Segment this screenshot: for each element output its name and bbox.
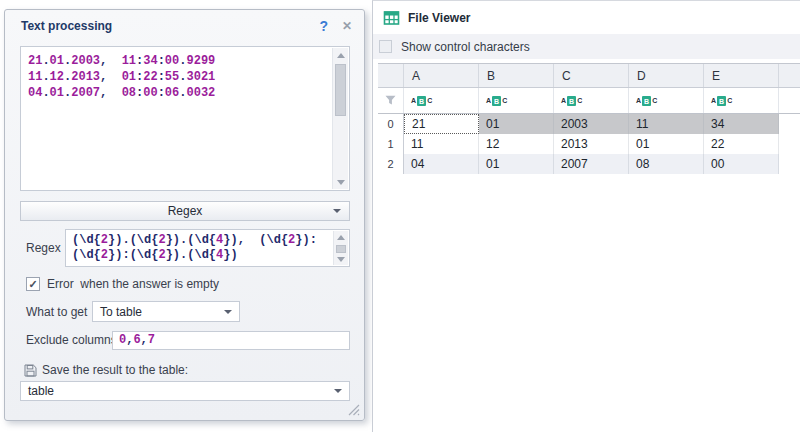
- table-cell[interactable]: 21: [404, 114, 479, 134]
- table-cell[interactable]: 34: [704, 114, 779, 134]
- exclude-columns-value: 0,6,7: [119, 332, 155, 348]
- scrollbar-thumb[interactable]: [335, 64, 346, 116]
- close-icon[interactable]: ✕: [342, 19, 352, 33]
- table-cell[interactable]: 11: [404, 134, 479, 154]
- dialog-title: Text processing: [21, 19, 319, 33]
- scroll-down-icon[interactable]: [333, 175, 348, 189]
- row-filler: [779, 154, 800, 174]
- row-index[interactable]: 2: [378, 154, 404, 174]
- file-viewer-title: File Viewer: [408, 11, 470, 25]
- table-row: 2 04 01 2007 08 00: [378, 154, 800, 174]
- scroll-down-icon[interactable]: [334, 253, 348, 265]
- source-text: 21.01.2003, 11:34:00.9299 11.12.2013, 01…: [28, 53, 329, 101]
- source-text-area[interactable]: 21.01.2003, 11:34:00.9299 11.12.2013, 01…: [20, 46, 350, 191]
- mode-selector-label: Regex: [168, 204, 203, 218]
- regex-row: Regex (\d{2}).(\d{2}).(\d{4}), (\d{2}): …: [20, 229, 350, 267]
- regex-line: (\d{2}).(\d{2}).(\d{4}), (\d{2}):: [72, 233, 329, 248]
- chevron-down-icon: [334, 389, 342, 393]
- table-row: 0 21 01 2003 11 34: [378, 114, 800, 134]
- exclude-columns-row: Exclude columns 0,6,7: [26, 330, 350, 350]
- error-checkbox-row: ✓ Error when the answer is empty: [26, 277, 219, 291]
- file-viewer-header: File Viewer: [373, 1, 800, 34]
- abc-type-icon: ABC: [486, 96, 507, 106]
- show-control-label: Show control characters: [401, 40, 530, 54]
- scroll-up-icon[interactable]: [334, 231, 348, 243]
- filter-filler: [779, 88, 800, 113]
- table-cell[interactable]: 11: [629, 114, 704, 134]
- row-index[interactable]: 0: [378, 114, 404, 134]
- save-table-select[interactable]: table: [20, 381, 350, 401]
- table-cell[interactable]: 08: [629, 154, 704, 174]
- column-type-cell[interactable]: ABC: [554, 88, 629, 113]
- table-cell[interactable]: 04: [404, 154, 479, 174]
- filter-row: ABC ABC ABC ABC ABC: [378, 88, 800, 114]
- table-icon: [383, 11, 400, 25]
- table-cell[interactable]: 00: [704, 154, 779, 174]
- error-checkbox[interactable]: ✓: [26, 277, 40, 291]
- exclude-columns-label: Exclude columns: [26, 333, 112, 347]
- scroll-up-icon[interactable]: [333, 48, 348, 62]
- textarea-scrollbar[interactable]: [332, 48, 348, 189]
- what-to-get-row: What to get To table: [26, 301, 240, 322]
- abc-type-icon: ABC: [411, 96, 432, 106]
- chevron-down-icon: [224, 310, 232, 314]
- table-cell[interactable]: 01: [629, 134, 704, 154]
- row-filler: [779, 134, 800, 154]
- resize-grip[interactable]: [347, 403, 360, 416]
- column-type-cell[interactable]: ABC: [404, 88, 479, 113]
- regex-scrollbar[interactable]: [333, 231, 348, 265]
- source-line: 21.01.2003, 11:34:00.9299: [28, 53, 329, 69]
- data-table: A B C D E ABC ABC ABC ABC ABC 0 21 01: [378, 63, 800, 174]
- chevron-down-icon: [333, 209, 341, 213]
- column-header[interactable]: C: [554, 64, 629, 87]
- column-type-cell[interactable]: ABC: [704, 88, 779, 113]
- regex-label: Regex: [26, 241, 61, 255]
- save-icon: [24, 364, 37, 377]
- column-header[interactable]: A: [404, 64, 479, 87]
- dialog-titlebar: Text processing ? ✕: [5, 10, 364, 40]
- error-checkbox-label: Error when the answer is empty: [47, 277, 219, 291]
- exclude-columns-input[interactable]: 0,6,7: [112, 331, 350, 350]
- mode-selector-dropdown[interactable]: Regex: [20, 201, 350, 221]
- row-index[interactable]: 1: [378, 134, 404, 154]
- checkmark-icon: ✓: [28, 279, 37, 290]
- column-header[interactable]: D: [629, 64, 704, 87]
- table-cell[interactable]: 2007: [554, 154, 629, 174]
- abc-type-icon: ABC: [636, 96, 657, 106]
- table-cell[interactable]: 22: [704, 134, 779, 154]
- column-type-cell[interactable]: ABC: [629, 88, 704, 113]
- what-to-get-label: What to get: [26, 305, 92, 319]
- table-cell[interactable]: 01: [479, 154, 554, 174]
- table-cell[interactable]: 12: [479, 134, 554, 154]
- header-filler: [779, 64, 800, 87]
- what-to-get-value: To table: [100, 305, 142, 319]
- save-row: Save the result to the table:: [24, 363, 188, 377]
- show-control-row: Show control characters: [373, 34, 800, 59]
- text-processing-dialog: Text processing ? ✕ 21.01.2003, 11:34:00…: [4, 9, 365, 421]
- table-row: 1 11 12 2013 01 22: [378, 134, 800, 154]
- show-control-checkbox[interactable]: [379, 40, 392, 53]
- help-icon[interactable]: ?: [319, 18, 328, 34]
- column-header-row: A B C D E: [378, 63, 800, 88]
- column-header[interactable]: B: [479, 64, 554, 87]
- column-type-cell[interactable]: ABC: [479, 88, 554, 113]
- save-label: Save the result to the table:: [42, 363, 188, 377]
- corner-cell: [378, 64, 404, 87]
- source-line: 04.01.2007, 08:00:06.0032: [28, 85, 329, 101]
- regex-line: (\d{2}):(\d{2}).(\d{4}): [72, 248, 329, 263]
- row-filler: [779, 114, 800, 134]
- what-to-get-select[interactable]: To table: [92, 301, 240, 322]
- file-viewer-panel: File Viewer Show control characters A B …: [372, 0, 800, 432]
- filter-cell: [378, 88, 404, 113]
- save-table-value: table: [28, 384, 54, 398]
- scrollbar-thumb[interactable]: [336, 245, 346, 253]
- table-cell[interactable]: 01: [479, 114, 554, 134]
- column-header[interactable]: E: [704, 64, 779, 87]
- table-cell[interactable]: 2013: [554, 134, 629, 154]
- regex-input[interactable]: (\d{2}).(\d{2}).(\d{4}), (\d{2}): (\d{2}…: [65, 229, 350, 267]
- source-line: 11.12.2013, 01:22:55.3021: [28, 69, 329, 85]
- filter-funnel-icon: [385, 95, 396, 106]
- abc-type-icon: ABC: [561, 96, 582, 106]
- abc-type-icon: ABC: [711, 96, 732, 106]
- table-cell[interactable]: 2003: [554, 114, 629, 134]
